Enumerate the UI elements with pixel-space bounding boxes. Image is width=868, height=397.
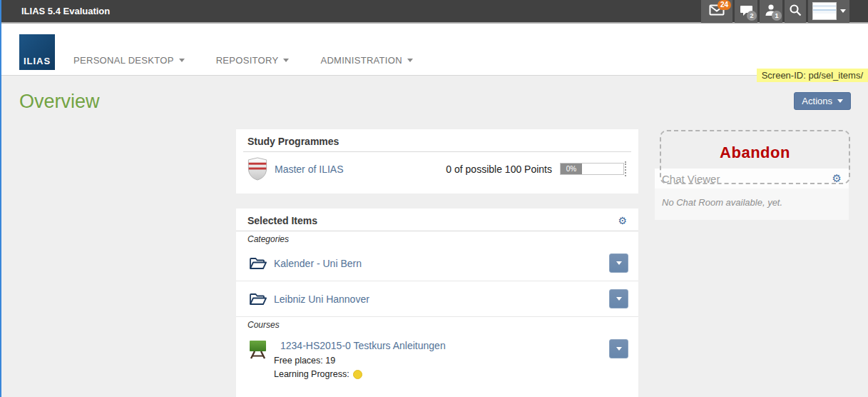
item-link-leibniz-uni-hannover[interactable]: Leibniz Uni Hannover xyxy=(274,293,369,305)
chevron-down-icon xyxy=(840,9,846,13)
search-button[interactable] xyxy=(785,0,806,23)
study-programme-link[interactable]: Master of ILIAS xyxy=(275,164,343,175)
study-programme-icon xyxy=(247,157,267,181)
chat-viewer-body: No Chat Room available, yet. xyxy=(655,189,849,220)
progress-end-marker xyxy=(625,161,626,176)
actions-button[interactable]: Actions xyxy=(794,92,851,110)
chat-badge: 2 xyxy=(747,11,757,21)
learning-progress-label: Learning Progress: xyxy=(274,369,349,379)
course-item-body: 1234-HS2015-0 Testkurs Anleitungen Free … xyxy=(274,339,446,379)
item-actions-dropdown[interactable] xyxy=(609,289,628,308)
chevron-down-icon xyxy=(179,59,185,62)
screen-id-badge: Screen-ID: pd/sel_items/ xyxy=(757,69,868,82)
list-item: Kalender - Uni Bern xyxy=(236,246,638,281)
main-header: ILIAS PERSONAL DESKTOP REPOSITORY ADMINI… xyxy=(0,24,868,76)
search-icon xyxy=(789,4,802,19)
selected-items-panel: Selected Items ⚙ Categories Kalender - U… xyxy=(236,208,638,397)
panel-title: Study Programmes xyxy=(247,136,339,147)
abandon-label: Abandon xyxy=(720,144,790,162)
main-column: Study Programmes xyxy=(236,129,638,397)
mail-badge: 24 xyxy=(718,0,731,10)
ilias-logo[interactable]: ILIAS xyxy=(19,34,55,70)
learning-progress-row: Learning Progress: xyxy=(274,369,446,379)
top-bar: ILIAS 5.4 Evaluation 24 2 1 xyxy=(0,0,868,24)
main-nav: PERSONAL DESKTOP REPOSITORY ADMINISTRATI… xyxy=(73,55,413,66)
nav-repository[interactable]: REPOSITORY xyxy=(216,55,290,66)
gear-icon[interactable]: ⚙ xyxy=(618,216,627,226)
chevron-down-icon xyxy=(616,297,622,301)
course-icon xyxy=(247,339,267,359)
study-programmes-panel: Study Programmes xyxy=(236,129,638,194)
abandon-drop-zone[interactable]: Abandon xyxy=(660,130,850,184)
who-is-online-button[interactable]: 1 xyxy=(760,0,782,23)
list-item: Master of ILIAS 0 of possible 100 Points… xyxy=(236,152,638,181)
item-actions-dropdown[interactable] xyxy=(609,339,628,358)
progress-fill: 0% xyxy=(561,164,582,174)
app-title: ILIAS 5.4 Evaluation xyxy=(21,6,110,16)
folder-icon xyxy=(247,292,267,306)
item-actions-dropdown[interactable] xyxy=(609,253,628,273)
folder-icon xyxy=(247,256,267,271)
learning-progress-status-icon xyxy=(353,370,362,379)
avatar xyxy=(812,2,837,20)
panel-header: Selected Items ⚙ xyxy=(236,208,638,231)
chat-empty-text: No Chat Room available, yet. xyxy=(662,197,782,208)
section-label-categories: Categories xyxy=(236,231,638,246)
list-item: Leibniz Uni Hannover xyxy=(236,281,638,317)
chevron-down-icon xyxy=(837,99,843,103)
chevron-down-icon xyxy=(407,59,413,62)
topbar-icons: 24 2 1 xyxy=(699,0,868,23)
panel-title: Selected Items xyxy=(247,215,317,226)
nav-personal-desktop[interactable]: PERSONAL DESKTOP xyxy=(73,55,185,66)
progress-bar: 0% xyxy=(560,163,624,175)
nav-administration[interactable]: ADMINISTRATION xyxy=(320,55,412,66)
mail-button[interactable]: 24 xyxy=(701,0,732,23)
chevron-down-icon xyxy=(616,261,622,265)
free-places-text: Free places: 19 xyxy=(274,356,446,366)
item-link-kalender-uni-bern[interactable]: Kalender - Uni Bern xyxy=(274,258,362,269)
user-menu-button[interactable] xyxy=(808,0,849,23)
points-text: 0 of possible 100 Points xyxy=(446,164,552,175)
chevron-down-icon xyxy=(283,59,289,62)
user-badge: 1 xyxy=(772,11,782,21)
page-title: Overview xyxy=(19,91,100,113)
list-item: 1234-HS2015-0 Testkurs Anleitungen Free … xyxy=(236,331,638,387)
section-label-courses: Courses xyxy=(236,317,638,331)
chevron-down-icon xyxy=(616,347,622,351)
chat-button[interactable]: 2 xyxy=(735,0,757,23)
item-link-testkurs[interactable]: 1234-HS2015-0 Testkurs Anleitungen xyxy=(280,340,446,351)
panel-header: Study Programmes xyxy=(236,129,638,151)
